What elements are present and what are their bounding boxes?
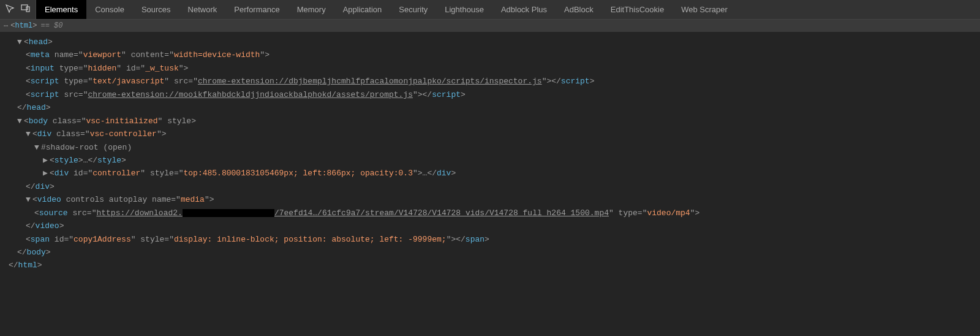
node-script-1[interactable]: <script type="text/javascript" src="chro… bbox=[9, 75, 980, 88]
tab-memory[interactable]: Memory bbox=[288, 0, 334, 19]
toolbar-icons bbox=[0, 0, 36, 19]
node-head[interactable]: ▼<head> bbox=[9, 36, 980, 48]
node-div-close[interactable]: </div> bbox=[9, 180, 980, 193]
tab-sources[interactable]: Sources bbox=[133, 0, 179, 19]
node-body[interactable]: ▼<body class="vsc-initialized" style> bbox=[9, 115, 980, 128]
node-script-2[interactable]: <script src="chrome-extension://mooikfka… bbox=[9, 88, 980, 101]
breadcrumb-selected: == $0 bbox=[40, 21, 62, 30]
tab-web-scraper[interactable]: Web Scraper bbox=[673, 0, 736, 19]
node-body-close[interactable]: </body> bbox=[9, 246, 980, 259]
tab-lighthouse[interactable]: Lighthouse bbox=[436, 0, 492, 19]
tab-editthiscookie[interactable]: EditThisCookie bbox=[602, 0, 673, 19]
tab-bar: ElementsConsoleSourcesNetworkPerformance… bbox=[36, 0, 736, 19]
breadcrumb[interactable]: ⋯ <html> == $0 bbox=[0, 20, 980, 32]
tab-security[interactable]: Security bbox=[390, 0, 436, 19]
node-video-close[interactable]: </video> bbox=[9, 220, 980, 232]
tab-performance[interactable]: Performance bbox=[225, 0, 288, 19]
inspect-icon[interactable] bbox=[5, 4, 15, 15]
node-shadow-root[interactable]: ▼#shadow-root (open) bbox=[9, 141, 980, 154]
node-source[interactable]: <source src="https://download2./7eefd14…… bbox=[9, 207, 980, 220]
breadcrumb-dots: ⋯ bbox=[4, 21, 9, 31]
node-head-close[interactable]: </head> bbox=[9, 101, 980, 114]
node-style[interactable]: ▶<style>…</style> bbox=[9, 154, 980, 167]
tab-elements[interactable]: Elements bbox=[36, 0, 86, 19]
tab-console[interactable]: Console bbox=[86, 0, 133, 19]
device-icon[interactable] bbox=[21, 4, 31, 15]
node-html-close[interactable]: </html> bbox=[9, 259, 980, 272]
devtools-toolbar: ElementsConsoleSourcesNetworkPerformance… bbox=[0, 0, 980, 20]
node-input[interactable]: <input type="hidden" id="_w_tusk"> bbox=[9, 62, 980, 75]
node-meta[interactable]: <meta name="viewport" content="width=dev… bbox=[9, 48, 980, 61]
node-div-vsc[interactable]: ▼<div class="vsc-controller"> bbox=[9, 128, 980, 140]
node-controller[interactable]: ▶<div id="controller" style="top:485.800… bbox=[9, 167, 980, 180]
tab-adblock[interactable]: AdBlock bbox=[556, 0, 602, 19]
node-video[interactable]: ▼<video controls autoplay name="media"> bbox=[9, 193, 980, 206]
tab-application[interactable]: Application bbox=[334, 0, 391, 19]
tab-adblock-plus[interactable]: Adblock Plus bbox=[492, 0, 556, 19]
redacted-block bbox=[183, 209, 274, 217]
dom-tree[interactable]: ▼<head> <meta name="viewport" content="w… bbox=[0, 32, 980, 272]
breadcrumb-tag: html bbox=[15, 21, 32, 30]
tab-network[interactable]: Network bbox=[179, 0, 226, 19]
node-span[interactable]: <span id="copy1Address" style="display: … bbox=[9, 233, 980, 246]
